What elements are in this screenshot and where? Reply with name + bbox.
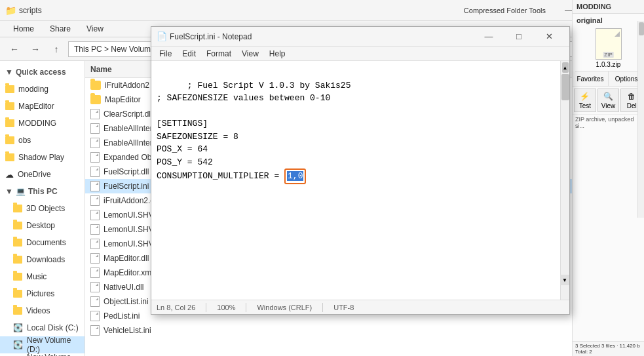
drive-icon: 💽: [13, 323, 23, 332]
archive-action-buttons: ⚡ Test 🔍 View 🗑 Del: [573, 87, 644, 114]
sidebar-item-modding2[interactable]: MODDING: [0, 115, 85, 132]
folder-icon: [5, 136, 14, 144]
sidebar-item-3dobjects[interactable]: 3D Objects: [0, 200, 85, 217]
file-name: FuelScript.dll: [104, 167, 149, 176]
explorer-folder-icon: 📁: [5, 5, 16, 16]
sidebar-item-shadowplay[interactable]: Shadow Play: [0, 149, 85, 166]
file-name: NativeUI.dll: [104, 283, 143, 292]
archive-section-label: original: [573, 14, 644, 26]
sidebar-item-mapeditor[interactable]: MapEditor: [0, 98, 85, 115]
tab-home[interactable]: Home: [5, 21, 42, 37]
folder-icon: [5, 85, 14, 93]
file-item-vehiclelist[interactable]: VehicleList.ini: [85, 323, 644, 338]
sidebar-item-local-disk-c[interactable]: 💽 Local Disk (C:): [0, 319, 85, 336]
sidebar-item-documents[interactable]: Documents: [0, 234, 85, 251]
archive-view-btn[interactable]: 🔍 View: [597, 89, 620, 112]
nav-forward-btn[interactable]: →: [26, 40, 45, 58]
nav-up-btn[interactable]: ↑: [47, 40, 66, 58]
file-icon: [90, 210, 100, 220]
line-8: CONSUMPTION_MULTIPLIER = 1,0: [157, 171, 306, 181]
file-icon: [90, 325, 100, 336]
sidebar-item-label: Videos: [26, 306, 50, 315]
tab-view[interactable]: View: [79, 21, 111, 37]
file-icon: [90, 311, 100, 321]
archive-tab-favorites[interactable]: Favorites: [573, 71, 609, 86]
notepad-close-btn[interactable]: ✕: [534, 27, 564, 47]
sidebar-item-music[interactable]: Music: [0, 268, 85, 285]
sidebar-item-label: New Volume (E:): [27, 353, 79, 356]
notepad-maximize-btn[interactable]: □: [504, 27, 534, 47]
folder-icon: [5, 102, 14, 110]
compressed-tools-label: Compressed Folder Tools: [464, 7, 546, 14]
notepad-minimize-btn[interactable]: —: [474, 27, 504, 47]
zip-file-icon: ZIP: [596, 28, 622, 60]
sidebar-item-obs[interactable]: obs: [0, 132, 85, 149]
file-name: ClearScript.dll: [104, 109, 153, 119]
archive-panel: MODDING original ZIP 1.0.3.zip Favorites…: [572, 0, 644, 356]
archive-zip-item[interactable]: ZIP 1.0.3.zip: [573, 26, 644, 71]
archive-info: ZIP archive, unpacked si...: [573, 114, 644, 130]
folder-icon: [90, 95, 101, 104]
sidebar-item-desktop[interactable]: Desktop: [0, 217, 85, 234]
chevron-icon: ▼: [5, 68, 13, 77]
menu-format[interactable]: Format: [201, 47, 237, 61]
tab-share[interactable]: Share: [42, 21, 79, 37]
sidebar-item-label: Shadow Play: [18, 153, 64, 162]
file-icon: [90, 267, 100, 278]
notepad-controls: — □ ✕: [474, 27, 564, 47]
sidebar-quick-access-header[interactable]: ▼ Quick access: [0, 64, 85, 81]
file-name: MapEditor: [105, 95, 141, 104]
sidebar-item-label: obs: [18, 136, 31, 145]
sidebar-item-downloads[interactable]: Downloads: [0, 251, 85, 268]
file-name: MapEditor.xml: [104, 268, 153, 277]
sidebar-item-new-volume-e[interactable]: 💽 New Volume (E:): [0, 353, 85, 356]
file-icon: [90, 109, 100, 119]
sidebar-item-label: MapEditor: [18, 102, 54, 111]
sidebar-item-label: Downloads: [26, 255, 65, 264]
file-icon: [90, 181, 100, 191]
delete-icon: 🗑: [628, 92, 635, 101]
archive-scrollbar[interactable]: [637, 21, 644, 218]
nav-back-btn[interactable]: ←: [5, 40, 24, 58]
sidebar-item-label: 3D Objects: [26, 204, 65, 213]
file-icon: [90, 152, 100, 163]
archive-test-btn[interactable]: ⚡ Test: [574, 89, 596, 112]
status-separator3: [322, 303, 323, 312]
folder-icon: [5, 153, 14, 161]
sidebar-item-pictures[interactable]: Pictures: [0, 285, 85, 302]
drive-icon: 💽: [13, 340, 23, 349]
sidebar-item-label: MODDING: [18, 119, 56, 128]
notepad-scrollbar[interactable]: ▲ ▼: [560, 61, 569, 300]
file-name: MapEditor.dll: [104, 254, 149, 263]
archive-selected-info: 3 Selected 3 files · 11,420 b Total: 2: [573, 341, 644, 356]
line-4: [SETTINGS]: [157, 119, 208, 129]
cursor-position: Ln 8, Col 26: [157, 304, 195, 311]
scroll-up-btn[interactable]: ▲: [562, 62, 569, 73]
notepad-editor[interactable]: ; Fuel Script V 1.0.3 by Sakis25 ; SAFEZ…: [151, 61, 560, 300]
menu-help[interactable]: Help: [264, 47, 291, 61]
sidebar-item-new-volume-d[interactable]: 💽 New Volume (D:): [0, 336, 85, 353]
menu-file[interactable]: File: [154, 47, 177, 61]
highlighted-value: 1,0: [287, 171, 303, 181]
archive-filename: 1.0.3.zip: [596, 61, 621, 68]
status-separator: [206, 303, 206, 312]
sidebar-item-modding[interactable]: modding: [0, 81, 85, 98]
notepad-titlebar: 📄 FuelScript.ini - Notepad — □ ✕: [151, 27, 569, 47]
menu-view[interactable]: View: [237, 47, 264, 61]
menu-edit[interactable]: Edit: [177, 47, 201, 61]
sidebar-thispc-header[interactable]: ▼ 💻 This PC: [0, 183, 85, 200]
notepad-menu: File Edit Format View Help: [151, 47, 569, 61]
scroll-down-btn[interactable]: ▼: [560, 275, 569, 285]
file-icon: [90, 282, 100, 292]
notepad-statusbar: Ln 8, Col 26 100% Windows (CRLF) UTF-8: [151, 300, 569, 314]
notepad-icon: 📄: [157, 31, 167, 41]
test-icon: ⚡: [580, 92, 590, 101]
file-name: PedList.ini: [104, 311, 140, 321]
scroll-thumb[interactable]: [561, 74, 569, 100]
sidebar-item-videos[interactable]: Videos: [0, 302, 85, 319]
file-name: VehicleList.ini: [104, 326, 151, 335]
file-icon: [90, 253, 100, 264]
sidebar-item-onedrive[interactable]: ☁ OneDrive: [0, 166, 85, 183]
file-icon: [90, 195, 100, 206]
sidebar-item-label: New Volume (D:): [27, 336, 79, 354]
